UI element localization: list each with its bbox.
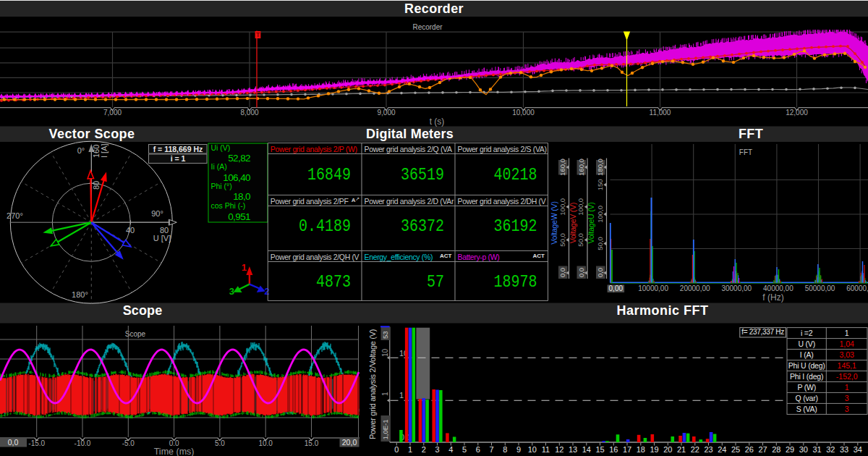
svg-text:270°: 270° (7, 211, 23, 220)
svg-text:3: 3 (435, 445, 439, 454)
svg-text:VoltageW (V): VoltageW (V) (550, 201, 558, 244)
svg-text:100,0: 100,0 (558, 198, 566, 216)
svg-text:40: 40 (126, 226, 135, 235)
svg-text:60000,00: 60000,00 (846, 284, 868, 292)
svg-text:22: 22 (691, 445, 699, 454)
svg-text:180°: 180° (72, 290, 88, 299)
svg-text:4873: 4873 (316, 273, 351, 292)
svg-text:12,000: 12,000 (786, 109, 808, 117)
svg-text:I [A]: I [A] (100, 143, 109, 158)
svg-text:100,0: 100,0 (577, 198, 585, 216)
svg-text:Energy_efficiency (%): Energy_efficiency (%) (365, 253, 433, 261)
svg-text:-5.0: -5.0 (122, 439, 135, 447)
svg-text:13: 13 (569, 445, 577, 454)
svg-text:40000,00: 40000,00 (763, 284, 793, 292)
svg-text:cos Phi (-): cos Phi (-) (211, 201, 246, 210)
svg-text:0,0: 0,0 (558, 268, 566, 277)
svg-text:f (Hz): f (Hz) (762, 292, 783, 303)
svg-text:27: 27 (758, 445, 767, 454)
svg-text:160,0: 160,0 (558, 159, 566, 176)
svg-text:7: 7 (489, 445, 493, 454)
svg-text:U [V]: U [V] (153, 234, 171, 242)
svg-text:U (V): U (V) (798, 339, 815, 348)
svg-text:0,0: 0,0 (8, 438, 19, 447)
svg-text:0.0: 0.0 (169, 439, 179, 447)
svg-text:1: 1 (381, 392, 389, 396)
svg-text:16: 16 (609, 445, 618, 454)
svg-text:15.0: 15.0 (305, 439, 319, 447)
svg-text:28: 28 (772, 445, 780, 454)
svg-text:10: 10 (528, 445, 537, 454)
svg-text:18978: 18978 (494, 273, 537, 292)
svg-text:Q (var): Q (var) (796, 394, 818, 402)
svg-text:0.4189: 0.4189 (299, 217, 351, 237)
svg-text:1: 1 (242, 262, 247, 273)
svg-text:20: 20 (663, 445, 672, 454)
svg-text:↗: ↗ (355, 196, 359, 201)
svg-text:Recorder: Recorder (404, 1, 464, 16)
svg-text:50,0: 50,0 (558, 233, 566, 247)
svg-text:2: 2 (265, 286, 270, 297)
svg-text:FFT: FFT (739, 148, 752, 156)
svg-text:1: 1 (845, 383, 849, 392)
svg-text:100,0: 100,0 (596, 206, 604, 223)
svg-text:52,82: 52,82 (228, 153, 250, 164)
svg-text:Phi (°): Phi (°) (211, 182, 232, 190)
svg-text:53: 53 (381, 331, 389, 339)
svg-text:24: 24 (718, 445, 726, 454)
svg-text:30: 30 (799, 445, 808, 454)
svg-text:180,0: 180,0 (596, 159, 604, 176)
svg-text:1,0E-1: 1,0E-1 (381, 420, 389, 440)
svg-text:36519: 36519 (401, 166, 444, 185)
svg-text:Power grid analysis 2/PF: Power grid analysis 2/PF (271, 197, 349, 206)
svg-text:14: 14 (582, 445, 591, 454)
svg-text:30000,00: 30000,00 (721, 284, 752, 292)
svg-text:8,000: 8,000 (240, 109, 258, 117)
svg-text:15: 15 (595, 445, 604, 454)
svg-text:40218: 40218 (494, 166, 537, 185)
svg-text:VoltageV (V): VoltageV (V) (569, 203, 577, 244)
svg-text:Power grid analysis 2/P (W): Power grid analysis 2/P (W) (271, 145, 357, 153)
svg-text:31: 31 (812, 445, 821, 454)
svg-text:20000,00: 20000,00 (680, 284, 710, 292)
svg-text:Harmonic FFT: Harmonic FFT (616, 303, 708, 318)
svg-text:10000,00: 10000,00 (638, 284, 668, 292)
svg-text:ACT: ACT (533, 253, 545, 259)
svg-text:12: 12 (555, 445, 563, 454)
svg-text:1: 1 (845, 329, 849, 337)
svg-text:0: 0 (394, 445, 399, 454)
svg-text:160,0: 160,0 (577, 159, 585, 176)
svg-text:1: 1 (408, 445, 412, 454)
svg-text:i = 1: i = 1 (171, 154, 186, 163)
svg-text:Scope: Scope (123, 303, 163, 318)
svg-text:-15.0: -15.0 (28, 439, 45, 447)
svg-text:34: 34 (854, 445, 862, 454)
svg-text:t (s): t (s) (430, 117, 445, 127)
svg-text:f= 237,337 Hz: f= 237,337 Hz (741, 328, 784, 336)
svg-text:11,000: 11,000 (650, 109, 671, 117)
svg-text:57: 57 (427, 273, 444, 292)
svg-text:4: 4 (448, 445, 453, 454)
svg-text:Power grid analysis 2/D (VAr: Power grid analysis 2/D (VAr (365, 197, 454, 206)
svg-text:ACT: ACT (440, 253, 452, 259)
svg-text:Power grid analysis 2/S (VA): Power grid analysis 2/S (VA) (458, 145, 547, 153)
svg-text:29: 29 (786, 445, 794, 454)
svg-text:145,1: 145,1 (838, 361, 856, 370)
svg-text:10.0: 10.0 (258, 439, 273, 447)
svg-text:50000,00: 50000,00 (805, 284, 835, 292)
svg-text:5.0: 5.0 (215, 439, 225, 447)
svg-text:7,000: 7,000 (103, 109, 122, 117)
svg-text:-10.0: -10.0 (75, 439, 91, 447)
svg-text:VoltageU (V): VoltageU (V) (587, 202, 595, 243)
svg-text:Phi U (deg): Phi U (deg) (788, 361, 825, 370)
svg-text:0,951: 0,951 (228, 211, 250, 222)
svg-text:-152,0: -152,0 (836, 372, 858, 381)
svg-text:3,03: 3,03 (839, 350, 854, 359)
svg-text:10,000: 10,000 (512, 109, 535, 117)
svg-text:6: 6 (476, 445, 480, 454)
svg-text:21: 21 (677, 445, 686, 454)
svg-text:0°: 0° (77, 146, 85, 155)
svg-text:32: 32 (826, 445, 835, 454)
svg-text:16849: 16849 (307, 166, 351, 185)
svg-text:36372: 36372 (401, 217, 444, 237)
